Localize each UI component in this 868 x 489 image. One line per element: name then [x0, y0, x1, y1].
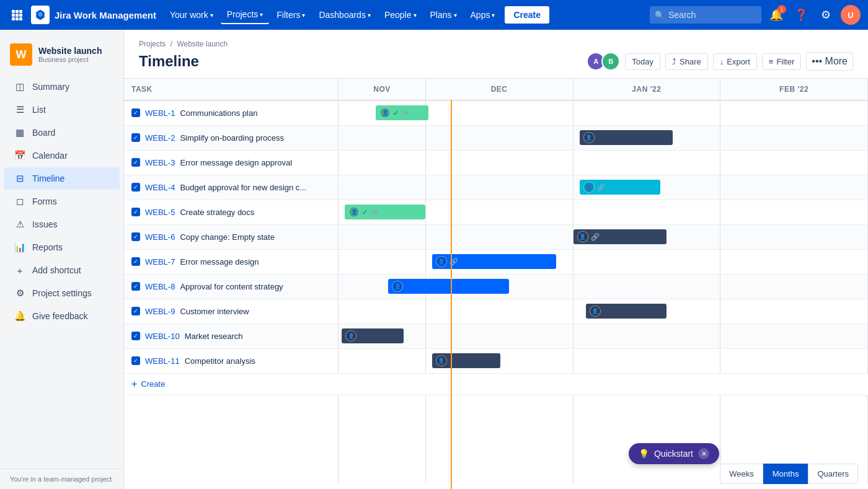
summary-icon: ◫ [14, 81, 26, 93]
task-name: Copy change: Empty state [180, 232, 274, 242]
gantt-cell-col-2 [425, 125, 573, 150]
task-checkbox[interactable] [131, 282, 140, 291]
nav-plans[interactable]: Plans▾ [424, 6, 463, 24]
task-id[interactable]: WEBL-11 [145, 356, 180, 366]
table-row: WEBL-6 Copy change: Empty state 👤🔗 [124, 224, 868, 249]
task-checkbox[interactable] [131, 356, 140, 365]
quickstart-button[interactable]: 💡 Quickstart ✕ [629, 443, 719, 464]
task-label: WEBL-6 Copy change: Empty state [131, 232, 330, 242]
sidebar-item-project-settings[interactable]: ⚙ Project settings [4, 282, 120, 304]
top-nav-right: 🔍 🔔 1 ❓ ⚙ U [650, 5, 861, 25]
svg-rect-4 [16, 14, 19, 17]
gantt-bar[interactable]: 👤✓🔗 [345, 205, 425, 219]
task-id[interactable]: WEBL-10 [145, 332, 180, 341]
nav-projects[interactable]: Projects▾ [221, 6, 270, 24]
task-label: WEBL-5 Create strategy docs [131, 208, 330, 217]
sidebar-item-give-feedback[interactable]: 🔔 Give feedback [4, 305, 120, 327]
task-column-header: Task [124, 79, 339, 100]
nav-your-work[interactable]: Your work▾ [164, 6, 219, 24]
sidebar-item-add-shortcut[interactable]: + Add shortcut [4, 259, 120, 281]
gantt-cell-col-3 [573, 200, 720, 224]
task-id[interactable]: WEBL-5 [145, 208, 175, 217]
create-button[interactable]: Create [505, 6, 549, 24]
task-checkbox[interactable] [131, 108, 140, 117]
quarters-button[interactable]: Quarters [808, 464, 858, 484]
gantt-cell-col-2 [425, 175, 573, 200]
today-button[interactable]: Today [625, 53, 660, 70]
sidebar-item-summary[interactable]: ◫ Summary [4, 76, 120, 98]
gantt-cell-col-4 [720, 249, 868, 274]
breadcrumb-website-launch[interactable]: Website launch [177, 40, 228, 48]
task-checkbox[interactable] [131, 133, 140, 142]
task-checkbox[interactable] [131, 332, 140, 340]
nav-filters[interactable]: Filters▾ [270, 6, 311, 24]
grid-menu-icon[interactable] [7, 6, 26, 24]
task-checkbox[interactable] [131, 232, 140, 241]
help-button[interactable]: ❓ [791, 5, 811, 25]
gantt-cell-col-3 [573, 348, 720, 373]
sidebar-item-issues[interactable]: ⚠ Issues [4, 213, 120, 236]
task-id[interactable]: WEBL-9 [145, 307, 175, 316]
gantt-bar[interactable]: 👤 [432, 353, 500, 368]
task-id[interactable]: WEBL-4 [145, 183, 175, 192]
task-checkbox[interactable] [131, 183, 140, 192]
breadcrumb-projects[interactable]: Projects [139, 40, 166, 48]
timeline-table: Task NOV DEC JAN '22 FEB '22 [124, 79, 868, 484]
gantt-cell-col-1 [339, 125, 425, 150]
user-avatar-button[interactable]: U [841, 5, 861, 25]
gantt-bar[interactable]: 👤🔗 [574, 229, 666, 244]
sidebar-item-board[interactable]: ▦ Board [4, 121, 120, 144]
gantt-bar[interactable]: 👤 [342, 328, 404, 343]
bar-avatar: 👤 [590, 306, 601, 317]
task-checkbox[interactable] [131, 158, 140, 167]
quickstart-close-button[interactable]: ✕ [698, 448, 709, 459]
task-id[interactable]: WEBL-6 [145, 232, 175, 242]
task-checkbox[interactable] [131, 208, 140, 216]
share-button[interactable]: ⤴ Share [665, 53, 708, 70]
sidebar-item-timeline[interactable]: ⊟ Timeline [4, 167, 120, 190]
share-icon: ⤴ [672, 57, 676, 66]
avatar-2: B [601, 52, 620, 71]
export-icon: ↓ [720, 57, 724, 66]
export-button[interactable]: ↓ Export [713, 53, 757, 70]
task-id[interactable]: WEBL-7 [145, 257, 175, 267]
task-checkbox[interactable] [131, 307, 140, 315]
gantt-bar[interactable]: 👤🔗 [432, 254, 556, 269]
gantt-bar[interactable]: 👤 [580, 130, 673, 145]
gantt-cell-col-4 [720, 150, 868, 175]
app-logo[interactable]: Jira Work Management [31, 6, 156, 24]
sidebar-item-calendar[interactable]: 📅 Calendar [4, 144, 120, 167]
weeks-button[interactable]: Weeks [720, 464, 763, 484]
more-button[interactable]: ••• More [806, 52, 853, 71]
gantt-bar[interactable]: 👤✓🔗 [376, 105, 428, 120]
filter-button[interactable]: ≡ Filter [762, 53, 801, 70]
task-id[interactable]: WEBL-2 [145, 133, 175, 143]
sidebar-item-list[interactable]: ☰ List [4, 99, 120, 121]
top-navigation: Jira Work Management Your work▾ Projects… [0, 0, 868, 30]
reports-icon: 📊 [14, 241, 26, 253]
nav-dashboards[interactable]: Dashboards▾ [312, 6, 377, 24]
task-id[interactable]: WEBL-3 [145, 158, 175, 167]
table-row: WEBL-9 Customer interview 👤 [124, 299, 868, 324]
sidebar-item-forms[interactable]: ◻ Forms [4, 190, 120, 213]
gantt-bar[interactable]: 👤🔗 [580, 180, 660, 195]
nav-people[interactable]: People▾ [378, 6, 423, 24]
nav-apps[interactable]: Apps▾ [464, 6, 502, 24]
gantt-bar[interactable]: 👤 [586, 304, 666, 319]
sidebar-item-reports[interactable]: 📊 Reports [4, 236, 120, 258]
table-row: WEBL-10 Market research 👤 [124, 324, 868, 348]
page-header: Projects / Website launch Timeline A B T… [124, 30, 868, 79]
gantt-cell-col-4 [720, 100, 868, 125]
search-input[interactable] [650, 6, 761, 24]
task-label: WEBL-2 Simplify on-boarding process [131, 133, 330, 143]
gantt-cell-col-4 [720, 200, 868, 224]
bar-avatar: 👤 [436, 256, 447, 267]
months-button[interactable]: Months [763, 464, 808, 484]
notifications-button[interactable]: 🔔 1 [766, 5, 786, 25]
task-checkbox[interactable] [131, 257, 140, 266]
task-id[interactable]: WEBL-8 [145, 282, 175, 291]
task-id[interactable]: WEBL-1 [145, 108, 175, 118]
create-task-button[interactable]: + Create [131, 379, 165, 390]
settings-button[interactable]: ⚙ [816, 5, 836, 25]
gantt-bar[interactable]: 👤 [388, 279, 509, 294]
